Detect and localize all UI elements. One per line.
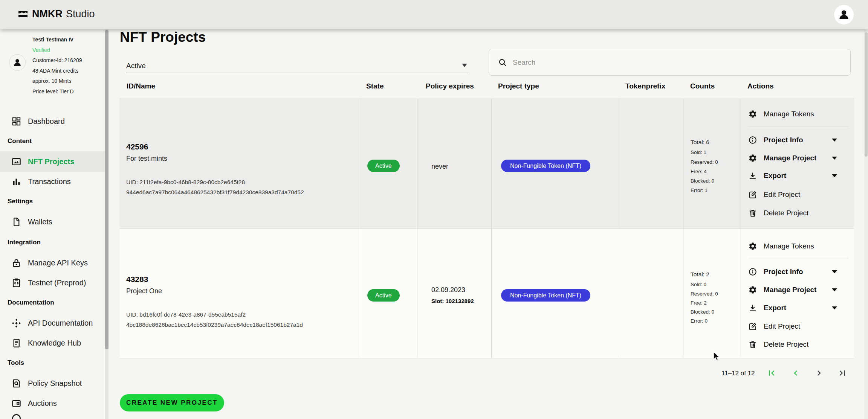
sidebar-item-label: Policy Snapshot <box>28 379 82 388</box>
page-title: NFT Projects <box>120 29 206 45</box>
actions-divider <box>748 258 848 258</box>
manage-tokens-button[interactable]: Manage Tokens <box>748 107 852 122</box>
sidebar-item-testnet[interactable]: Testnet (Preprod) <box>0 273 108 293</box>
price-level: Price level: Tier D <box>32 87 82 97</box>
project-info-button[interactable]: Project Info <box>748 264 852 279</box>
manage-tokens-button[interactable]: Manage Tokens <box>748 239 852 254</box>
policy-expires-value: never <box>431 163 448 171</box>
sidebar-scrollbar-thumb[interactable] <box>105 30 108 349</box>
last-page-icon[interactable] <box>837 368 848 378</box>
caret-down-icon <box>832 157 837 160</box>
gear-icon <box>748 110 757 119</box>
search-input[interactable] <box>512 58 850 67</box>
gear-icon <box>748 285 757 294</box>
action-label: Project Info <box>764 136 803 144</box>
create-new-project-button[interactable]: CREATE NEW PROJECT <box>120 394 224 411</box>
sidebar-item-partial-icon[interactable] <box>11 413 21 419</box>
action-label: Manage Project <box>764 286 816 294</box>
main-scrollbar-thumb[interactable] <box>865 32 868 157</box>
first-page-icon[interactable] <box>766 368 777 378</box>
actions-divider <box>748 126 848 127</box>
sidebar-item-dashboard[interactable]: Dashboard <box>0 111 108 131</box>
bar-chart-icon <box>11 177 21 187</box>
sidebar-item-label: Knowledge Hub <box>28 339 81 347</box>
sidebar-item-auctions[interactable]: Auctions <box>0 393 108 413</box>
count-blocked: Blocked: 0 <box>691 178 714 184</box>
clipboard-code-icon <box>11 278 21 288</box>
trash-icon <box>748 340 757 349</box>
column-divider <box>359 99 359 358</box>
api-icon <box>11 318 21 328</box>
project-name: For test mints <box>126 155 167 163</box>
project-id: 42596 <box>126 142 148 151</box>
wallet-icon <box>11 398 21 408</box>
customer-id: Customer-Id: 216209 <box>32 55 82 66</box>
count-error: Error: 0 <box>691 318 708 324</box>
account-avatar[interactable] <box>834 5 854 24</box>
verified-status: Verified <box>32 45 82 56</box>
image-icon <box>11 157 21 167</box>
edit-project-button[interactable]: Edit Project <box>748 319 852 334</box>
action-label: Edit Project <box>764 190 800 199</box>
sidebar-section-settings: Settings <box>8 198 33 205</box>
count-total: Total: 2 <box>691 271 709 278</box>
document-icon <box>11 217 21 227</box>
manage-project-button[interactable]: Manage Project <box>748 151 852 166</box>
count-total: Total: 6 <box>691 139 709 146</box>
sidebar-item-label: Auctions <box>28 399 57 408</box>
count-free: Free: 4 <box>691 169 707 174</box>
sidebar-item-transactions[interactable]: Transactions <box>0 171 108 192</box>
status-filter-select[interactable]: Active <box>126 59 469 73</box>
lock-icon <box>11 258 21 268</box>
sidebar-item-knowledge-hub[interactable]: Knowledge Hub <box>0 333 108 353</box>
export-button[interactable]: Export <box>748 300 852 315</box>
state-badge: Active <box>367 160 400 172</box>
edit-project-button[interactable]: Edit Project <box>748 187 852 202</box>
project-info-button[interactable]: Project Info <box>748 133 852 148</box>
next-page-icon[interactable] <box>814 368 824 378</box>
project-uid-line1: UID: bd16fc0f-dc78-42e3-a867-d55eab515af… <box>126 311 246 318</box>
pagination-range-label: 11–12 of 12 <box>721 370 755 377</box>
edit-icon <box>748 190 757 199</box>
count-blocked: Blocked: 0 <box>691 309 714 315</box>
column-header-state: State <box>366 82 384 90</box>
info-icon <box>748 267 757 276</box>
previous-page-icon[interactable] <box>790 368 801 378</box>
count-sold: Sold: 0 <box>691 282 706 287</box>
caret-down-icon <box>832 288 837 291</box>
sidebar: Testi Testman IV Verified Customer-Id: 2… <box>0 29 108 419</box>
search-box[interactable] <box>489 49 851 76</box>
top-bar: NMKR Studio <box>0 0 868 29</box>
caret-down-icon <box>832 306 837 309</box>
sidebar-item-label: API Documentation <box>28 319 93 328</box>
sidebar-item-manage-api-keys[interactable]: Manage API Keys <box>0 253 108 273</box>
column-divider <box>417 99 417 358</box>
nmkr-logo-mark-icon <box>17 9 29 20</box>
table-row <box>119 228 854 358</box>
action-label: Delete Project <box>764 340 808 349</box>
brand-logo[interactable]: NMKR Studio <box>17 8 95 20</box>
project-uid-line2: 944ed6ac7a97bc064a4648625432bf31f79d4230… <box>126 189 304 196</box>
action-label: Manage Tokens <box>764 242 814 250</box>
delete-project-button[interactable]: Delete Project <box>748 337 852 352</box>
column-divider <box>618 99 618 358</box>
gear-icon <box>748 154 757 163</box>
sidebar-section-content: Content <box>8 137 32 145</box>
delete-project-button[interactable]: Delete Project <box>748 206 852 221</box>
project-type-badge: Non-Fungible Token (NFT) <box>501 160 590 172</box>
column-divider <box>491 99 492 358</box>
manage-project-button[interactable]: Manage Project <box>748 282 852 297</box>
sidebar-item-wallets[interactable]: Wallets <box>0 212 108 232</box>
dashboard-grid-icon <box>11 116 21 126</box>
project-uid-line2: 4bc188de8626bac1bec14cb53f0239a7aec64dec… <box>126 321 303 328</box>
column-header-id-name: ID/Name <box>127 82 155 90</box>
state-badge: Active <box>367 289 400 302</box>
sidebar-item-policy-snapshot[interactable]: Policy Snapshot <box>0 373 108 393</box>
count-reserved: Reserved: 0 <box>691 159 718 165</box>
column-header-policy-expires: Policy expires <box>426 82 474 90</box>
brand-name-bold: NMKR <box>32 8 63 20</box>
sidebar-item-nft-projects[interactable]: NFT Projects <box>0 151 108 172</box>
sidebar-item-api-documentation[interactable]: API Documentation <box>0 313 108 333</box>
project-uid-line1: UID: 211f2efa-9bc0-46b8-829c-80cb2e645f2… <box>126 179 245 186</box>
export-button[interactable]: Export <box>748 168 852 183</box>
